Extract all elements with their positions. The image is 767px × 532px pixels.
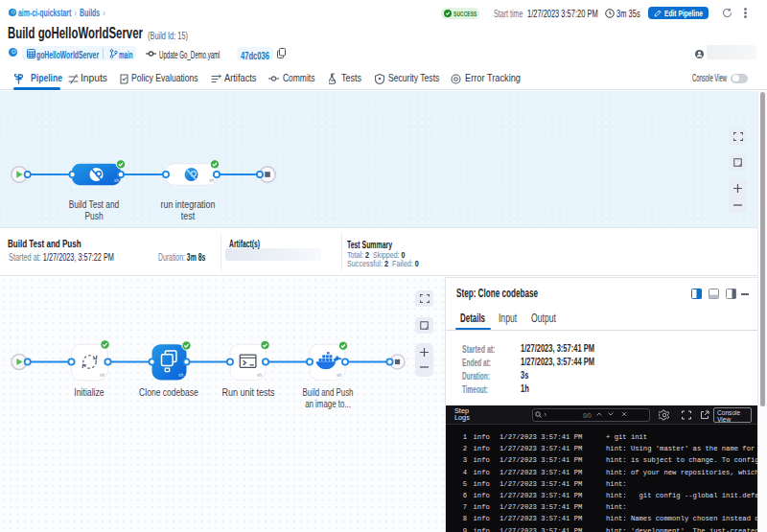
svg-text:sh: sh: [337, 372, 342, 378]
svg-text:sh: sh: [114, 177, 120, 183]
svg-text:sh: sh: [257, 372, 263, 378]
svg-text:sh: sh: [100, 372, 105, 378]
svg-text:sh: sh: [209, 177, 215, 183]
svg-text:sh: sh: [178, 372, 184, 378]
